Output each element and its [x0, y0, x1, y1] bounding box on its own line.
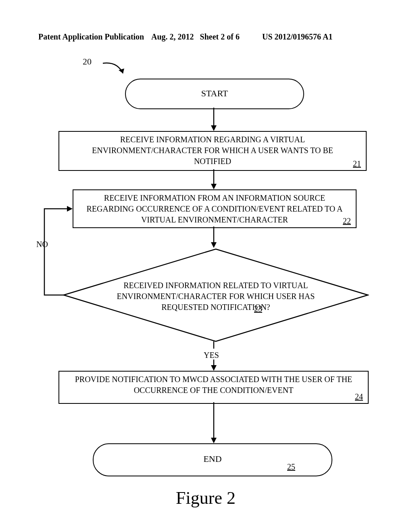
decision23-number: 23 — [254, 304, 262, 314]
arrow-24-to-end — [210, 402, 218, 444]
figure-caption: Figure 2 — [36, 488, 375, 508]
header-date-sheet: Aug. 2, 2012 Sheet 2 of 6 — [151, 32, 240, 42]
step24-number: 24 — [355, 392, 363, 401]
flowchart: 20 START RECEIVE INFORMATION REGARDING A… — [36, 56, 375, 484]
arrow-yes-to-24 — [210, 341, 218, 372]
step24-line2: OCCURRENCE OF THE CONDITION/EVENT — [134, 386, 294, 395]
ref-arrow-icon — [101, 61, 125, 77]
end-terminal: END 25 — [93, 443, 332, 476]
step24-line1: PROVIDE NOTIFICATION TO MWCD ASSOCIATED … — [75, 375, 353, 384]
step21-line2: ENVIRONMENT/CHARACTER FOR WHICH A USER W… — [92, 146, 333, 155]
decision23-text: RECEIVED INFORMATION RELATED TO VIRTUAL … — [95, 280, 337, 313]
svg-marker-4 — [211, 184, 217, 189]
step21-text: RECEIVE INFORMATION REGARDING A VIRTUAL … — [59, 132, 366, 167]
step22-text: RECEIVE INFORMATION FROM AN INFORMATION … — [73, 190, 356, 225]
step22-line2: REGARDING OCCURRENCE OF A CONDITION/EVEN… — [86, 204, 342, 213]
process-step-21: RECEIVE INFORMATION REGARDING A VIRTUAL … — [58, 131, 367, 171]
step21-number: 21 — [353, 159, 361, 168]
step22-line3: VIRTUAL ENVIRONMENT/CHARACTER — [141, 215, 288, 224]
step22-number: 22 — [343, 216, 351, 226]
svg-marker-6 — [211, 242, 217, 248]
step21-line3: NOTIFIED — [194, 157, 231, 166]
header-date: Aug. 2, 2012 — [151, 32, 194, 41]
header-publication: Patent Application Publication — [38, 32, 144, 42]
arrow-21-to-22 — [210, 169, 218, 190]
arrow-start-to-21 — [210, 108, 218, 132]
decision23-line1: RECEIVED INFORMATION RELATED TO VIRTUAL — [123, 281, 308, 290]
header-pub-number: US 2012/0196576 A1 — [262, 32, 332, 42]
end-label: END — [94, 454, 332, 464]
flowchart-ref-number: 20 — [83, 56, 92, 67]
decision-23: RECEIVED INFORMATION RELATED TO VIRTUAL … — [63, 248, 369, 343]
process-step-24: PROVIDE NOTIFICATION TO MWCD ASSOCIATED … — [58, 371, 369, 404]
svg-marker-0 — [119, 69, 124, 73]
start-terminal: START — [125, 79, 304, 109]
svg-marker-2 — [211, 125, 217, 131]
svg-marker-8 — [67, 206, 73, 212]
page: Patent Application Publication Aug. 2, 2… — [0, 0, 413, 532]
header-sheet: Sheet 2 of 6 — [200, 32, 240, 41]
end-number: 25 — [287, 462, 295, 472]
arrow-22-to-23 — [210, 227, 218, 249]
svg-marker-13 — [211, 438, 217, 443]
step21-line1: RECEIVE INFORMATION REGARDING A VIRTUAL — [120, 135, 305, 144]
step22-line1: RECEIVE INFORMATION FROM AN INFORMATION … — [104, 193, 325, 202]
process-step-22: RECEIVE INFORMATION FROM AN INFORMATION … — [73, 189, 357, 228]
decision23-line2: ENVIRONMENT/CHARACTER FOR WHICH USER HAS — [117, 292, 315, 301]
step24-text: PROVIDE NOTIFICATION TO MWCD ASSOCIATED … — [59, 372, 368, 396]
svg-marker-11 — [211, 365, 217, 371]
start-label: START — [126, 88, 303, 99]
arrow-no-loopback — [40, 206, 77, 298]
